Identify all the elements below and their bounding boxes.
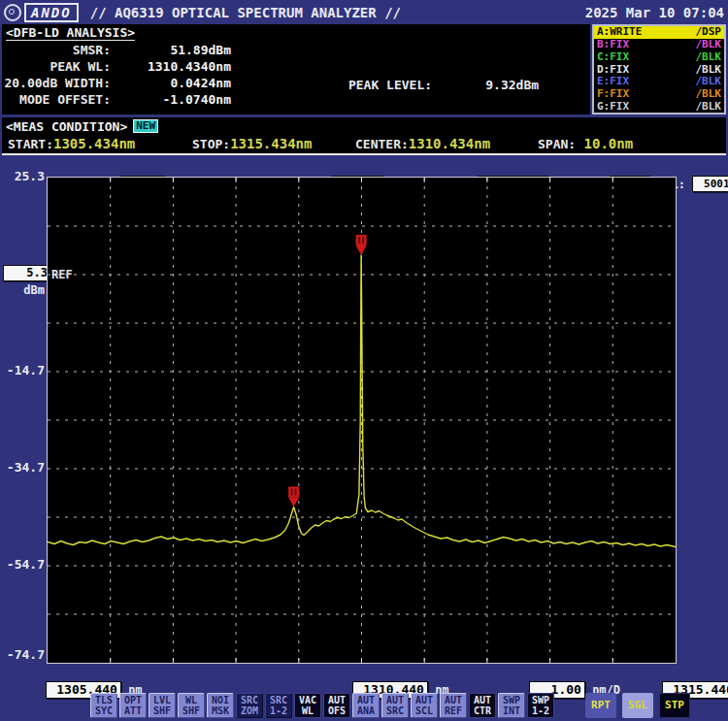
- softkey-label: SRC: [270, 695, 287, 705]
- softkey-stp[interactable]: STP: [659, 693, 690, 718]
- softkey-opt-att[interactable]: OPTATT: [119, 693, 147, 718]
- analysis-row: SMSR:51.89dBm: [2, 42, 590, 58]
- trace-mode: /BLK: [696, 76, 722, 87]
- y-axis-label: -34.7: [0, 460, 45, 475]
- analysis-value: 1310.4340nm: [111, 58, 231, 75]
- softkey-label: STP: [665, 700, 684, 710]
- softkey-aut-src[interactable]: AUTSRC: [381, 693, 409, 718]
- analysis-label: SMSR:: [2, 42, 111, 58]
- softkey-label: SHF: [153, 705, 171, 716]
- softkey-label: ZOM: [241, 705, 258, 716]
- datetime: 2025 Mar 10 07:04: [585, 5, 724, 20]
- trace-table: A:WRITE/DSPB:FIX/BLKC:FIX/BLKD:FIX/BLKE:…: [592, 24, 726, 115]
- softkey-src-zom[interactable]: SRCZOM: [236, 693, 263, 718]
- trace-row-e[interactable]: E:FIX/BLK: [594, 76, 724, 88]
- y-axis-label: -74.7: [0, 647, 45, 663]
- softkey-noi-msk[interactable]: NOIMSK: [207, 693, 234, 718]
- trace-mode: /DSP: [696, 26, 722, 38]
- trace-mode: /BLK: [696, 39, 722, 50]
- x-center-group: 1310.440 nm: [324, 664, 449, 681]
- softkey-tls-syc[interactable]: TLSSYC: [90, 693, 117, 718]
- softkey-label: ANA: [357, 705, 375, 716]
- meas-field: STOP:1315.434nm: [192, 135, 312, 151]
- trace-row-f[interactable]: F:FIX/BLK: [594, 88, 724, 101]
- meas-condition-title: <MEAS CONDITION>: [6, 119, 127, 134]
- peak-level: PEAK LEVEL:9.32dBm: [303, 60, 539, 77]
- trace-mode: /BLK: [696, 64, 722, 76]
- peak-level-value: 9.32dBm: [432, 77, 539, 93]
- trace-row-b[interactable]: B:FIX/BLK: [594, 39, 724, 51]
- softkey-sgl[interactable]: SGL: [622, 693, 653, 718]
- analysis-value: 51.89dBm: [111, 42, 231, 58]
- softkey-swp-1-2[interactable]: SWP1-2: [527, 693, 554, 718]
- softkey-aut-ofs[interactable]: AUTOFS: [323, 693, 350, 718]
- softkey-wl-shf[interactable]: WLSHF: [178, 693, 205, 718]
- meas-field-value[interactable]: 10.0nm: [576, 136, 633, 151]
- softkey-swp-int[interactable]: SWPINT: [498, 693, 525, 718]
- analysis-label: MODE OFFSET:: [2, 91, 111, 108]
- softkey-label: CTR: [474, 705, 491, 716]
- softkey-vac-wl[interactable]: VACWL: [294, 693, 321, 718]
- trace-row-d[interactable]: D:FIX/BLK: [594, 63, 724, 76]
- smpl-value[interactable]: 5001(AUTO): [692, 176, 728, 192]
- softkey-src-1-2[interactable]: SRC1-2: [265, 693, 292, 718]
- softkey-label: SYC: [95, 705, 113, 716]
- trace-row-a[interactable]: A:WRITE/DSP: [594, 26, 724, 39]
- ref-level-value[interactable]: 5.3: [3, 265, 51, 281]
- analysis-label: 20.00dB WIDTH:: [2, 75, 111, 91]
- trace-name: E:FIX: [597, 76, 629, 87]
- side-mode-marker[interactable]: [288, 487, 299, 508]
- softkey-label: AUT: [386, 695, 404, 705]
- dfb-ld-analysis-panel: <DFB-LD ANALYSIS> SMSR:51.89dBmPEAK WL:1…: [2, 24, 590, 115]
- new-badge: NEW: [133, 119, 158, 133]
- softkey-label: RPT: [591, 700, 611, 710]
- meas-field-value[interactable]: 1310.434nm: [409, 136, 490, 151]
- softkey-label: 1-2: [270, 705, 287, 716]
- softkey-label: SWP: [532, 695, 549, 705]
- softkey-aut-ref[interactable]: AUTREF: [440, 693, 467, 718]
- softkey-toolbar: TLSSYCOPTATTLVLSHFWLSHFNOIMSKSRCZOMSRC1-…: [90, 692, 692, 718]
- meas-field-value[interactable]: 1315.434nm: [230, 136, 312, 151]
- meas-field-label: STOP:: [192, 137, 230, 151]
- softkey-aut-scl[interactable]: AUTSCL: [411, 693, 438, 718]
- ando-logo: ANDO: [24, 3, 79, 22]
- softkey-label: OFS: [328, 705, 346, 716]
- trace-name: F:FIX: [597, 88, 629, 100]
- softkey-lvl-shf[interactable]: LVLSHF: [149, 693, 176, 718]
- analysis-label: PEAK WL:: [2, 58, 111, 75]
- peak-level-label: PEAK LEVEL:: [348, 78, 432, 92]
- meas-condition-panel: <MEAS CONDITION>NEW START:1305.434nmSTOP…: [2, 117, 726, 155]
- meas-field: CENTER:1310.434nm: [355, 135, 490, 151]
- softkey-label: WL: [185, 695, 197, 705]
- level-scale-setting: 10.0 dB/D: [92, 158, 201, 176]
- softkey-label: INT: [503, 705, 520, 716]
- softkey-label: SRC: [386, 705, 404, 716]
- trace-mode: /BLK: [696, 51, 722, 63]
- trace-name: C:FIX: [597, 51, 629, 63]
- softkey-label: AUT: [328, 695, 346, 705]
- softkey-label: LVL: [153, 695, 171, 705]
- softkey-aut-ctr[interactable]: AUTCTR: [469, 693, 496, 718]
- trace-row-c[interactable]: C:FIX/BLK: [594, 50, 724, 63]
- analysis-value: 0.0424nm: [111, 75, 231, 91]
- spectrum-plot: REF: [47, 177, 677, 664]
- softkey-label: VAC: [299, 695, 316, 705]
- y-axis-unit: dBm: [0, 282, 45, 298]
- meas-field: SPAN: 10.0nm: [538, 135, 633, 151]
- x-start-group: 1305.440 nm: [17, 664, 143, 681]
- header: ANDO // AQ6319 OPTICAL SPECTRUM ANALYZER…: [4, 2, 724, 22]
- softkey-label: AUT: [357, 695, 375, 705]
- meas-field-label: START:: [8, 137, 53, 151]
- meas-field-value[interactable]: 1305.434nm: [53, 136, 135, 151]
- softkey-label: AUT: [415, 695, 433, 705]
- softkey-label: SHF: [182, 705, 200, 716]
- trace-row-g[interactable]: G:FIX/BLK: [594, 100, 724, 113]
- osa-screen: ANDO // AQ6319 OPTICAL SPECTRUM ANALYZER…: [0, 0, 728, 721]
- peak-marker[interactable]: [356, 235, 367, 255]
- softkey-aut-ana[interactable]: AUTANA: [352, 693, 380, 718]
- trace-name: B:FIX: [597, 39, 629, 50]
- softkey-rpt[interactable]: RPT: [585, 693, 616, 718]
- y-axis-label: -54.7: [0, 557, 45, 573]
- softkey-label: SRC: [241, 695, 258, 705]
- softkey-label: WL: [302, 705, 314, 716]
